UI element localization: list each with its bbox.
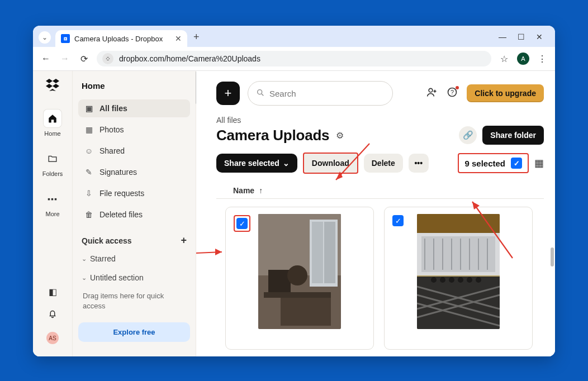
sidebar-heading: Home — [82, 81, 187, 91]
select-all-checkbox[interactable]: ✓ — [511, 158, 522, 169]
sidebar-item-label: All files — [99, 104, 127, 113]
quick-access-hint: Drag items here for quick access — [78, 289, 190, 313]
file-thumbnail — [258, 214, 341, 329]
svg-point-34 — [458, 277, 463, 283]
rail-more-label: More — [45, 211, 59, 217]
file-requests-icon: ⇩ — [84, 189, 94, 198]
sidebar-item-file-requests[interactable]: ⇩ File requests — [78, 184, 190, 202]
photos-icon: ▦ — [84, 125, 94, 134]
help-icon[interactable]: ? — [447, 87, 458, 101]
bookmark-star-icon[interactable]: ☆ — [498, 53, 510, 65]
close-tab-icon[interactable]: ✕ — [175, 34, 182, 43]
tab-title: Camera Uploads - Dropbox — [74, 35, 163, 43]
delete-button[interactable]: Delete — [364, 154, 403, 173]
signatures-icon: ✎ — [84, 168, 94, 177]
site-settings-icon[interactable] — [102, 53, 113, 64]
download-button[interactable]: Download — [303, 153, 358, 174]
create-button[interactable]: + — [216, 82, 240, 105]
sidebar-starred[interactable]: ⌄ Starred — [78, 251, 190, 266]
svg-point-11 — [287, 265, 307, 285]
column-name-label: Name — [233, 186, 254, 195]
browser-window: ⌄ ⧈ Camera Uploads - Dropbox ✕ + — ☐ ✕ ←… — [33, 26, 555, 356]
svg-point-36 — [476, 277, 481, 283]
share-folder-button[interactable]: Share folder — [482, 126, 544, 145]
svg-rect-8 — [324, 222, 335, 283]
sort-asc-icon: ↑ — [259, 186, 263, 195]
browser-tab[interactable]: ⧈ Camera Uploads - Dropbox ✕ — [55, 30, 187, 47]
quick-access-header: Quick access + — [82, 235, 187, 246]
add-quick-access-icon[interactable]: + — [181, 235, 187, 246]
sidebar-item-label: Signatures — [99, 168, 137, 177]
new-tab-button[interactable]: + — [188, 29, 204, 45]
notifications-icon[interactable] — [48, 308, 58, 321]
left-rail: Home Folders ▪▪▪ More ◧ AS — [33, 71, 72, 356]
window-controls: — ☐ ✕ — [499, 32, 551, 47]
search-placeholder: Search — [269, 89, 296, 98]
sidebar-untitled-section[interactable]: ⌄ Untitled section — [78, 270, 190, 285]
svg-point-35 — [467, 277, 472, 283]
url-text: dropbox.com/home/Camera%20Uploads — [119, 54, 260, 63]
view-grid-icon[interactable]: ▦ — [534, 157, 544, 169]
all-files-icon: ▣ — [84, 104, 94, 113]
starred-label: Starred — [90, 254, 116, 263]
minimize-icon[interactable]: — — [499, 32, 506, 41]
search-icon — [256, 88, 265, 99]
file-checkbox[interactable]: ✓ — [392, 215, 404, 226]
selected-count-label: 9 selected — [464, 159, 505, 168]
sidebar-item-shared[interactable]: ☺ Shared — [78, 142, 190, 160]
sidebar: Home ▣ All files ▦ Photos ☺ Shared ✎ Sig… — [72, 71, 196, 356]
rail-folders-label: Folders — [42, 170, 63, 177]
copy-link-button[interactable]: 🔗 — [459, 126, 477, 144]
dropbox-logo-icon[interactable] — [46, 79, 59, 94]
tab-search-chevron[interactable]: ⌄ — [39, 31, 51, 44]
chevron-down-icon: ⌄ — [82, 255, 87, 263]
main-scrollbar[interactable] — [551, 247, 554, 266]
sidebar-item-photos[interactable]: ▦ Photos — [78, 121, 190, 139]
profile-avatar[interactable]: A — [517, 53, 529, 65]
quick-access-label: Quick access — [82, 236, 132, 245]
sidebar-item-all-files[interactable]: ▣ All files — [78, 99, 190, 117]
folder-settings-icon[interactable]: ⚙ — [336, 130, 344, 141]
account-avatar[interactable]: AS — [46, 332, 59, 344]
panel-toggle-icon[interactable]: ◧ — [49, 287, 57, 297]
selected-count-pill[interactable]: 9 selected ✓ — [458, 153, 529, 173]
rail-folders[interactable]: Folders — [33, 147, 72, 179]
svg-rect-14 — [417, 214, 500, 233]
share-selected-label: Share selected — [224, 159, 279, 168]
svg-rect-16 — [421, 236, 495, 272]
svg-text:?: ? — [451, 89, 454, 96]
share-selected-button[interactable]: Share selected ⌄ — [216, 154, 297, 173]
reload-icon[interactable]: ⟳ — [78, 53, 90, 65]
sidebar-item-deleted[interactable]: 🗑 Deleted files — [78, 206, 190, 223]
maximize-icon[interactable]: ☐ — [518, 32, 525, 41]
svg-rect-10 — [268, 270, 291, 292]
shared-icon: ☺ — [84, 146, 94, 155]
page-title: Camera Uploads — [216, 127, 329, 144]
file-card[interactable]: ✓ — [225, 207, 374, 350]
breadcrumb[interactable]: All files — [216, 116, 544, 125]
column-header-name[interactable]: Name ↑ — [216, 186, 544, 199]
action-row: Share selected ⌄ Download Delete ••• 9 s… — [216, 153, 544, 174]
tab-strip: ⌄ ⧈ Camera Uploads - Dropbox ✕ + — ☐ ✕ — [33, 26, 555, 47]
sidebar-item-label: Photos — [99, 125, 124, 134]
sidebar-item-signatures[interactable]: ✎ Signatures — [78, 163, 190, 181]
explore-free-banner[interactable]: Explore free — [78, 322, 190, 342]
browser-menu-icon[interactable]: ⋮ — [536, 53, 548, 65]
back-icon[interactable]: ← — [40, 53, 52, 65]
close-window-icon[interactable]: ✕ — [536, 32, 543, 41]
invite-icon[interactable] — [426, 87, 438, 100]
file-checkbox[interactable]: ✓ — [236, 218, 248, 229]
rail-more[interactable]: ▪▪▪ More — [33, 187, 72, 220]
file-card[interactable]: ✓ — [384, 207, 533, 350]
rail-home[interactable]: Home — [33, 107, 72, 139]
rail-home-label: Home — [44, 130, 60, 137]
sidebar-item-label: Shared — [99, 146, 125, 155]
forward-icon: → — [59, 53, 71, 65]
search-input[interactable]: Search — [248, 81, 393, 106]
more-actions-button[interactable]: ••• — [409, 154, 429, 173]
svg-point-33 — [449, 277, 454, 283]
svg-rect-9 — [264, 292, 331, 298]
upgrade-button[interactable]: Click to upgrade — [467, 84, 544, 102]
address-bar[interactable]: dropbox.com/home/Camera%20Uploads — [97, 51, 491, 66]
main-topbar: + Search ? Click to u — [216, 81, 544, 106]
